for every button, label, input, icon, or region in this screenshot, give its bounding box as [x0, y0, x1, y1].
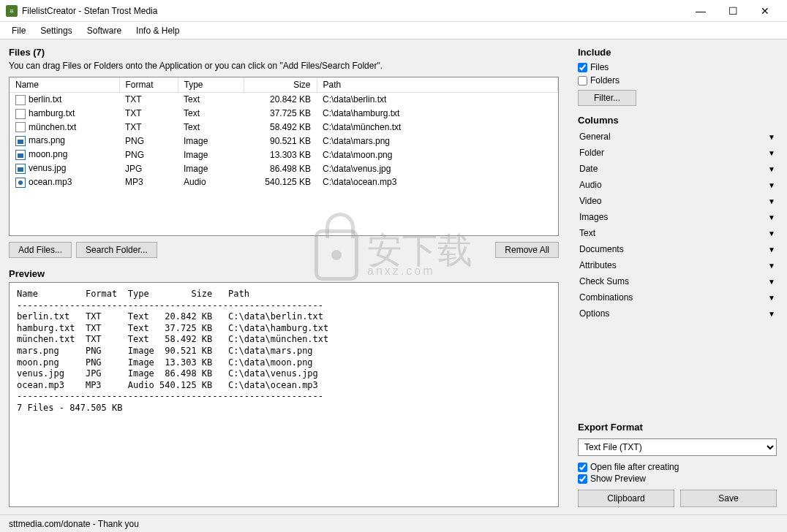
- chevron-down-icon: ▼: [768, 262, 775, 270]
- chevron-down-icon: ▼: [768, 133, 775, 141]
- preview-output[interactable]: Name Format Type Size Path -------------…: [9, 282, 559, 507]
- table-row[interactable]: ocean.mp3MP3Audio540.125 KBC:\data\ocean…: [10, 175, 558, 189]
- export-heading: Export Format: [578, 422, 777, 433]
- chevron-down-icon: ▼: [768, 294, 775, 302]
- app-icon: ≡: [6, 5, 18, 17]
- file-icon: [15, 122, 26, 132]
- chevron-down-icon: ▼: [768, 310, 775, 318]
- titlebar: ≡ FilelistCreator - Stefan Trost Media —…: [0, 0, 787, 22]
- menu-file[interactable]: File: [6, 23, 31, 38]
- filter-button[interactable]: Filter...: [578, 90, 636, 106]
- column-group-combinations[interactable]: Combinations▼: [578, 289, 777, 305]
- column-header-type[interactable]: Type: [178, 77, 244, 93]
- table-row[interactable]: münchen.txtTXTText58.492 KBC:\data\münch…: [10, 121, 558, 134]
- column-group-documents[interactable]: Documents▼: [578, 241, 777, 257]
- column-group-general[interactable]: General▼: [578, 129, 777, 145]
- chevron-down-icon: ▼: [768, 278, 775, 286]
- chevron-down-icon: ▼: [768, 229, 775, 238]
- include-files-checkbox[interactable]: Files: [578, 62, 777, 72]
- chevron-down-icon: ▼: [768, 149, 775, 157]
- file-icon: [15, 136, 26, 146]
- file-icon: [15, 150, 26, 160]
- table-row[interactable]: venus.jpgJPGImage86.498 KBC:\data\venus.…: [10, 162, 558, 175]
- chevron-down-icon: ▼: [768, 197, 775, 205]
- remove-all-button[interactable]: Remove All: [495, 242, 559, 258]
- status-text: sttmedia.com/donate - Thank you: [9, 519, 139, 529]
- file-icon: [15, 178, 26, 188]
- window-title: FilelistCreator - Stefan Trost Media: [22, 6, 685, 16]
- statusbar: sttmedia.com/donate - Thank you: [0, 514, 787, 532]
- column-header-path[interactable]: Path: [317, 77, 558, 93]
- table-row[interactable]: mars.pngPNGImage90.521 KBC:\data\mars.pn…: [10, 134, 558, 148]
- search-folder-button[interactable]: Search Folder...: [76, 242, 157, 258]
- show-preview-checkbox[interactable]: Show Preview: [578, 474, 777, 484]
- chevron-down-icon: ▼: [768, 165, 775, 173]
- column-group-images[interactable]: Images▼: [578, 209, 777, 225]
- column-group-check-sums[interactable]: Check Sums▼: [578, 273, 777, 289]
- column-group-video[interactable]: Video▼: [578, 193, 777, 209]
- minimize-button[interactable]: —: [685, 1, 717, 21]
- export-format-select[interactable]: Text File (TXT): [578, 438, 777, 456]
- column-header-name[interactable]: Name: [10, 77, 119, 93]
- table-row[interactable]: hamburg.txtTXTText37.725 KBC:\data\hambu…: [10, 107, 558, 121]
- include-heading: Include: [578, 47, 777, 58]
- table-row[interactable]: moon.pngPNGImage13.303 KBC:\data\moon.pn…: [10, 148, 558, 162]
- file-icon: [15, 164, 26, 174]
- chevron-down-icon: ▼: [768, 181, 775, 189]
- column-group-date[interactable]: Date▼: [578, 161, 777, 177]
- chevron-down-icon: ▼: [768, 213, 775, 221]
- preview-heading: Preview: [9, 268, 559, 279]
- column-group-audio[interactable]: Audio▼: [578, 177, 777, 193]
- hint-text: You can drag Files or Folders onto the A…: [9, 61, 559, 71]
- column-header-format[interactable]: Format: [119, 77, 178, 93]
- menu-info-help[interactable]: Info & Help: [130, 23, 185, 38]
- column-group-options[interactable]: Options▼: [578, 305, 777, 322]
- menubar: File Settings Software Info & Help: [0, 22, 787, 39]
- maximize-button[interactable]: ☐: [717, 1, 749, 21]
- chevron-down-icon: ▼: [768, 246, 775, 254]
- add-files-button[interactable]: Add Files...: [9, 242, 72, 258]
- files-heading: Files (7): [9, 47, 559, 58]
- close-button[interactable]: ✕: [749, 1, 781, 21]
- save-button[interactable]: Save: [680, 490, 777, 507]
- include-folders-checkbox[interactable]: Folders: [578, 75, 777, 86]
- column-header-size[interactable]: Size: [244, 77, 317, 93]
- table-row[interactable]: berlin.txtTXTText20.842 KBC:\data\berlin…: [10, 93, 558, 107]
- columns-heading: Columns: [578, 115, 777, 126]
- column-group-attributes[interactable]: Attributes▼: [578, 257, 777, 273]
- column-group-folder[interactable]: Folder▼: [578, 145, 777, 161]
- column-group-text[interactable]: Text▼: [578, 225, 777, 241]
- file-list[interactable]: NameFormatTypeSizePath berlin.txtTXTText…: [9, 77, 559, 236]
- file-icon: [15, 109, 26, 119]
- file-icon: [15, 95, 26, 105]
- open-after-checkbox[interactable]: Open file after creating: [578, 462, 777, 472]
- menu-settings[interactable]: Settings: [34, 23, 78, 38]
- clipboard-button[interactable]: Clipboard: [578, 490, 674, 507]
- menu-software[interactable]: Software: [81, 23, 127, 38]
